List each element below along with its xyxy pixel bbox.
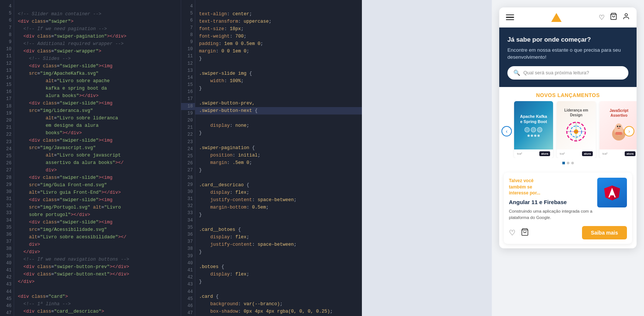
book-footer-lideranca: tca² alura [557, 149, 596, 158]
hero-subtitle: Encontre em nossa estante o que precisa … [507, 47, 628, 61]
svg-point-9 [615, 123, 622, 130]
line-numbers: 4 5 6 7 8 9 10 11 12 13 14 15 16 17 18 1… [0, 0, 14, 316]
book-footer-javascript: tca² alura [599, 149, 637, 158]
svg-point-14 [620, 135, 622, 137]
alura-badge-javascript: alura [625, 151, 635, 156]
search-bar[interactable]: 🔍 Qual será sua próxima leitura? [507, 66, 628, 80]
rec-eyebrow: Talvez vocêtambém seinteresse por... [509, 178, 593, 196]
alura-badge-lideranca: alura [582, 151, 593, 156]
recommendation-card: Talvez vocêtambém seinteresse por... Ang… [504, 172, 632, 244]
logo-triangle-icon [551, 13, 562, 22]
book-cover-lideranca: Liderança emDesign [557, 101, 596, 149]
svg-point-10 [617, 126, 618, 127]
rec-text-area: Talvez vocêtambém seinteresse por... Ang… [509, 178, 593, 221]
css-code-panel: 4 5 6 7 8 9 10 11 12 13 14 15 16 17 18 1… [181, 0, 362, 316]
book-cover-javascript: JavaScriptAssertivo [599, 101, 637, 149]
saiba-mais-button[interactable]: Saiba mais [582, 226, 627, 239]
book-cover-kafka: Apache Kafkae Spring Boot [514, 101, 553, 149]
preview-panel: ♡ Já sabe por onde começar [492, 0, 644, 316]
svg-rect-12 [615, 132, 622, 135]
css-code-content: text-align: center; text-transform: uppe… [195, 0, 362, 316]
hero-banner: Já sabe por onde começar? Encontre em no… [499, 28, 637, 87]
top-navigation: ♡ [499, 7, 637, 28]
hamburger-menu-button[interactable] [506, 14, 514, 20]
angular-logo-icon [603, 183, 621, 202]
book-card-kafka[interactable]: Apache Kafkae Spring Boot [514, 101, 553, 158]
rec-bag-button[interactable] [521, 228, 529, 238]
rec-content-area: Talvez vocêtambém seinteresse por... Ang… [504, 172, 632, 226]
book-footer-kafka: tca² alura [514, 149, 553, 158]
rec-description: Construindo uma aplicação integrada com … [509, 208, 593, 221]
rec-heart-button[interactable]: ♡ [509, 228, 516, 237]
book-cards-list: Apache Kafkae Spring Boot [499, 101, 637, 158]
heart-icon[interactable]: ♡ [599, 13, 605, 22]
nav-icons-group: ♡ [599, 13, 630, 22]
html-code-panel: 4 5 6 7 8 9 10 11 12 13 14 15 16 17 18 1… [0, 0, 181, 316]
hero-title: Já sabe por onde começar? [507, 36, 628, 44]
svg-point-1 [625, 14, 628, 16]
svg-point-13 [615, 135, 617, 137]
alura-badge-kafka: alura [539, 151, 550, 156]
carousel-arrow-right[interactable]: › [624, 126, 634, 136]
search-icon: 🔍 [513, 70, 520, 76]
css-line-numbers: 4 5 6 7 8 9 10 11 12 13 14 15 16 17 18 1… [181, 0, 195, 316]
mobile-mockup: ♡ Já sabe por onde começar [499, 7, 637, 248]
books-carousel: ‹ Apache Kafkae Spring Boot [499, 101, 637, 162]
rec-title: Angular 11 e Firebase [509, 199, 593, 206]
angular-logo-box [597, 178, 627, 207]
section-title-new-releases: NOVOS LANÇAMENTOS [499, 87, 637, 101]
rec-eyebrow-bold: Talvez vocêtambém seinteresse por... [509, 178, 540, 196]
search-placeholder: Qual será sua próxima leitura? [523, 70, 589, 75]
svg-point-11 [619, 126, 621, 127]
middle-spacer [362, 0, 492, 316]
html-code-content: <!-- Slider main container --> <div clas… [14, 0, 181, 316]
rec-actions-area: ♡ Saiba mais [504, 226, 632, 244]
book-card-lideranca[interactable]: Liderança emDesign [557, 101, 596, 158]
user-icon[interactable] [622, 13, 630, 22]
bag-icon[interactable] [610, 13, 617, 22]
carousel-arrow-left[interactable]: ‹ [501, 126, 512, 136]
